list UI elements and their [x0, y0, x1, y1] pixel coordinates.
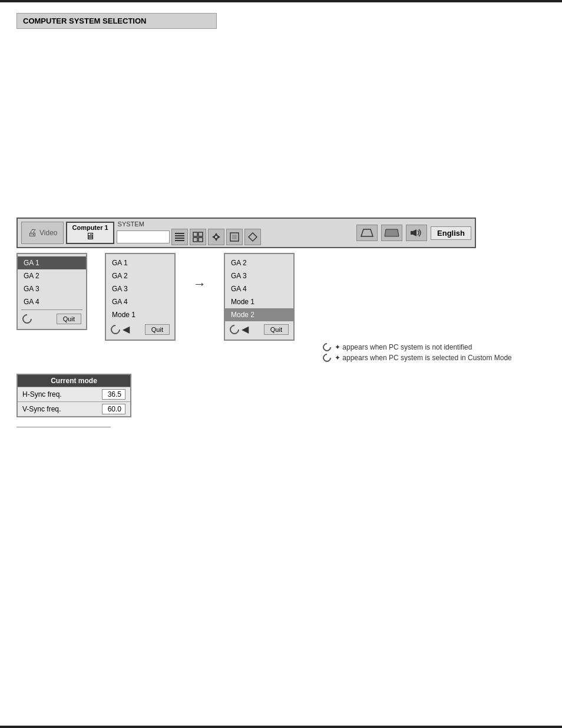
- menu-panel-2-footer: ◀ Quit: [106, 321, 174, 337]
- menu-panel-1-item-3[interactable]: GA 4: [18, 295, 86, 308]
- menu-panel-1: GA 1 GA 2 GA 3 GA 4 Quit: [16, 253, 87, 330]
- menu-panel-3: GA 2 GA 3 GA 4 Mode 1 Mode 2 ◀ Quit: [224, 253, 295, 341]
- menu-panel-3-box: GA 2 GA 3 GA 4 Mode 1 Mode 2 ◀ Quit: [224, 253, 295, 341]
- system-label: SYSTEM: [118, 220, 144, 228]
- menu-panel-1-box: GA 1 GA 2 GA 3 GA 4 Quit: [16, 253, 87, 330]
- speaker-icon-btn[interactable]: [406, 225, 427, 241]
- notes-section: [0, 427, 562, 427]
- menu-panel-3-quit-btn[interactable]: Quit: [264, 324, 289, 335]
- svg-marker-10: [212, 235, 215, 239]
- menu-panel-2-box: GA 1 GA 2 GA 3 GA 4 Mode 1 ◀ Quit: [105, 253, 176, 341]
- svg-rect-13: [232, 235, 237, 239]
- refresh-symbol-2: [321, 352, 333, 364]
- icon-btn-1[interactable]: [171, 229, 188, 245]
- current-mode-value-1: 60.0: [102, 404, 125, 414]
- current-mode-row-0: H-Sync freq. 36.5: [18, 387, 130, 401]
- svg-rect-3: [175, 240, 184, 241]
- menu-panel-2-item-2[interactable]: GA 3: [106, 282, 174, 295]
- osd-right-icons: English: [356, 225, 471, 241]
- page-header-label: COMPUTER SYSTEM SELECTION: [16, 13, 217, 29]
- svg-rect-4: [193, 232, 197, 236]
- refresh-desc-1: ✦ appears when PC system is not identifi…: [323, 343, 546, 351]
- icon-btn-4[interactable]: [226, 229, 243, 245]
- refresh-icon-1[interactable]: [21, 312, 34, 326]
- system-group: SYSTEM: [117, 220, 354, 245]
- panel-arrow: →: [193, 276, 206, 292]
- arrow-left-icon-2: ◀: [123, 324, 130, 335]
- svg-marker-17: [413, 229, 416, 236]
- refresh-desc-1-text: ✦ appears when PC system is not identifi…: [335, 343, 472, 351]
- icon-btn-2[interactable]: [190, 229, 206, 245]
- refresh-desc-area: ✦ appears when PC system is not identifi…: [306, 343, 562, 362]
- tab-computer1-label: Computer 1: [72, 224, 108, 231]
- svg-rect-18: [411, 231, 413, 235]
- current-mode-label-0: H-Sync freq.: [22, 390, 102, 398]
- menu-panel-3-item-1[interactable]: GA 3: [225, 269, 293, 282]
- svg-rect-1: [175, 235, 184, 236]
- menu-panel-1-item-0[interactable]: GA 1: [18, 256, 86, 269]
- menu-panel-2-item-0[interactable]: GA 1: [106, 256, 174, 269]
- current-mode-box: Current mode H-Sync freq. 36.5 V-Sync fr…: [16, 374, 131, 417]
- notes-divider: [16, 427, 111, 427]
- svg-marker-14: [249, 233, 257, 241]
- menu-panel-3-item-4[interactable]: Mode 2: [225, 308, 293, 321]
- svg-rect-5: [199, 232, 203, 236]
- menu-panel-2: GA 1 GA 2 GA 3 GA 4 Mode 1 ◀ Quit: [105, 253, 176, 341]
- video-icon: 🖨: [28, 228, 37, 238]
- svg-rect-0: [175, 233, 184, 234]
- svg-rect-7: [199, 238, 203, 242]
- keystone-icon-btn[interactable]: [356, 225, 378, 241]
- menu-panel-3-item-2[interactable]: GA 4: [225, 282, 293, 295]
- menu-panel-1-item-2[interactable]: GA 3: [18, 282, 86, 295]
- current-mode-title: Current mode: [18, 375, 130, 387]
- menu-panel-2-item-3[interactable]: GA 4: [106, 295, 174, 308]
- svg-marker-16: [385, 229, 399, 236]
- refresh-icon-3[interactable]: [228, 322, 242, 336]
- tab-video-label: Video: [39, 229, 57, 237]
- arrow-left-icon-3: ◀: [242, 324, 249, 335]
- top-border: [0, 0, 562, 2]
- current-mode-value-0: 36.5: [102, 389, 125, 400]
- icon-btn-5[interactable]: [244, 229, 261, 245]
- menu-panel-3-footer: ◀ Quit: [225, 321, 293, 337]
- fill-icon-btn[interactable]: [381, 225, 402, 241]
- refresh-symbol-1: [321, 341, 333, 353]
- tab-video[interactable]: 🖨 Video: [21, 222, 64, 244]
- refresh-icon-2[interactable]: [109, 322, 123, 336]
- menu-panel-2-item-4[interactable]: Mode 1: [106, 308, 174, 321]
- refresh-desc-2-text: ✦ appears when PC system is selected in …: [335, 354, 512, 362]
- menu-panel-1-footer: Quit: [18, 311, 86, 327]
- current-mode-section: Current mode H-Sync freq. 36.5 V-Sync fr…: [0, 374, 562, 417]
- svg-rect-2: [175, 238, 184, 239]
- system-controls: [117, 229, 261, 245]
- language-display: English: [431, 226, 471, 240]
- menu-panel-2-quit-btn[interactable]: Quit: [145, 324, 170, 335]
- menu-panel-1-item-1[interactable]: GA 2: [18, 269, 86, 282]
- refresh-desc-2: ✦ appears when PC system is selected in …: [323, 354, 546, 362]
- bottom-border: [0, 726, 562, 728]
- menu-panel-1-quit-btn[interactable]: Quit: [57, 314, 81, 324]
- svg-marker-15: [361, 229, 373, 236]
- current-mode-row-1: V-Sync freq. 60.0: [18, 401, 130, 416]
- svg-marker-11: [217, 235, 220, 239]
- menu-panel-3-item-0[interactable]: GA 2: [225, 256, 293, 269]
- menu-panels-container: GA 1 GA 2 GA 3 GA 4 Quit GA 1 GA 2 GA 3 …: [0, 253, 562, 341]
- osd-toolbar: 🖨 Video Computer 1 🖥 SYSTEM: [16, 218, 476, 248]
- current-mode-label-1: V-Sync freq.: [22, 405, 102, 413]
- menu-panel-3-item-3[interactable]: Mode 1: [225, 295, 293, 308]
- icon-btn-3[interactable]: [208, 229, 224, 245]
- computer-icon: 🖥: [85, 231, 95, 242]
- osd-section: 🖨 Video Computer 1 🖥 SYSTEM: [0, 218, 562, 248]
- menu-panel-1-divider: [21, 309, 82, 310]
- menu-panel-2-item-1[interactable]: GA 2: [106, 269, 174, 282]
- system-input[interactable]: [117, 230, 170, 243]
- tab-computer1[interactable]: Computer 1 🖥: [66, 222, 114, 244]
- svg-rect-6: [193, 238, 197, 242]
